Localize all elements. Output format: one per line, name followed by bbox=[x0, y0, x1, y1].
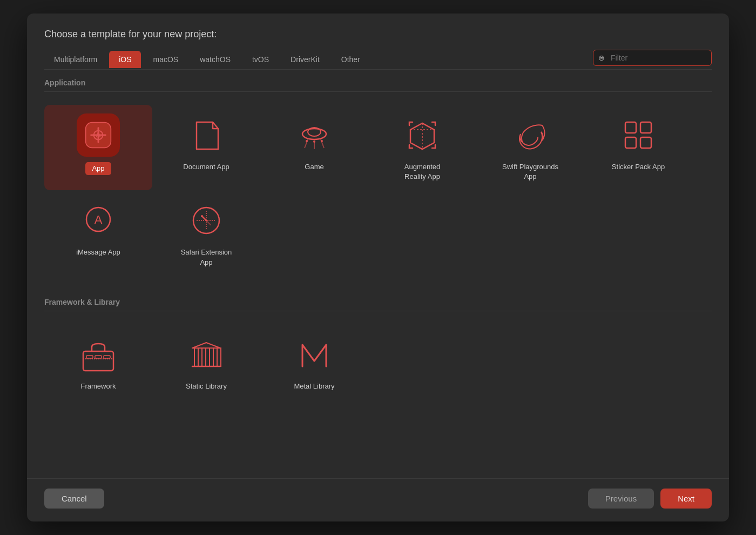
footer-right: Previous Next bbox=[588, 489, 712, 509]
framework-icon bbox=[77, 333, 120, 376]
template-static-library[interactable]: Static Library bbox=[152, 324, 260, 400]
svg-rect-20 bbox=[104, 356, 110, 358]
content-area: Application A App bbox=[27, 70, 729, 478]
svg-rect-22 bbox=[202, 348, 206, 366]
dialog-header: Choose a template for your new project: … bbox=[27, 14, 729, 70]
dialog-footer: Cancel Previous Next bbox=[27, 478, 729, 521]
sticker-pack-label: Sticker Pack App bbox=[612, 162, 665, 172]
svg-rect-24 bbox=[217, 348, 221, 366]
app-icon: A bbox=[77, 113, 120, 157]
svg-point-4 bbox=[302, 129, 326, 139]
template-game[interactable]: Game bbox=[260, 105, 368, 190]
template-app[interactable]: A App bbox=[44, 105, 152, 190]
template-sticker-pack[interactable]: Sticker Pack App bbox=[584, 105, 692, 190]
svg-text:A: A bbox=[94, 213, 103, 226]
tab-watchos[interactable]: watchOS bbox=[190, 51, 240, 68]
tab-multiplatform[interactable]: Multiplatform bbox=[44, 51, 107, 68]
template-document-app[interactable]: Document App bbox=[152, 105, 260, 190]
svg-rect-11 bbox=[625, 137, 636, 148]
swift-playgrounds-label: Swift PlaygroundsApp bbox=[502, 162, 558, 182]
imessage-app-label: iMessage App bbox=[76, 248, 120, 257]
tab-driverkit[interactable]: DriverKit bbox=[281, 51, 329, 68]
swift-playgrounds-icon bbox=[509, 113, 552, 157]
metal-library-label: Metal Library bbox=[294, 382, 334, 391]
template-framework[interactable]: Framework bbox=[44, 324, 152, 400]
svg-point-16 bbox=[201, 215, 203, 217]
game-label: Game bbox=[305, 162, 323, 172]
svg-rect-19 bbox=[95, 356, 102, 358]
svg-rect-21 bbox=[194, 348, 198, 366]
template-ar-app[interactable]: AugmentedReality App bbox=[368, 105, 476, 190]
safari-ext-label: Safari ExtensionApp bbox=[181, 248, 232, 267]
section-label-application: Application bbox=[44, 70, 712, 92]
svg-rect-17 bbox=[83, 351, 113, 371]
safari-ext-icon bbox=[185, 199, 228, 242]
app-label: App bbox=[85, 162, 111, 175]
template-imessage-app[interactable]: A iMessage App bbox=[44, 190, 152, 276]
template-safari-ext[interactable]: Safari ExtensionApp bbox=[152, 190, 260, 276]
filter-wrap: ⊜ bbox=[593, 50, 712, 66]
svg-point-7 bbox=[313, 141, 315, 143]
svg-rect-23 bbox=[210, 348, 213, 366]
static-library-label: Static Library bbox=[186, 382, 227, 391]
imessage-app-icon: A bbox=[77, 199, 120, 242]
tab-bar: Multiplatform iOS macOS watchOS tvOS Dri… bbox=[44, 50, 712, 70]
svg-point-8 bbox=[321, 140, 323, 142]
svg-text:A: A bbox=[96, 131, 101, 139]
metal-library-icon bbox=[293, 333, 336, 376]
svg-rect-10 bbox=[640, 122, 651, 133]
svg-rect-12 bbox=[640, 137, 651, 148]
ar-app-label: AugmentedReality App bbox=[404, 162, 441, 182]
project-template-dialog: Choose a template for your new project: … bbox=[27, 14, 729, 521]
template-metal-library[interactable]: Metal Library bbox=[260, 324, 368, 400]
static-library-icon bbox=[185, 333, 228, 376]
cancel-button[interactable]: Cancel bbox=[44, 489, 104, 509]
tab-tvos[interactable]: tvOS bbox=[242, 51, 279, 68]
svg-rect-9 bbox=[625, 122, 636, 133]
document-app-icon bbox=[185, 113, 228, 157]
game-icon bbox=[293, 113, 336, 157]
svg-rect-18 bbox=[86, 356, 93, 358]
tab-other[interactable]: Other bbox=[332, 51, 370, 68]
application-templates-grid: A App Document App bbox=[44, 92, 712, 289]
filter-input[interactable] bbox=[593, 50, 712, 66]
document-app-label: Document App bbox=[183, 162, 229, 172]
next-button[interactable]: Next bbox=[660, 489, 712, 509]
template-swift-playgrounds[interactable]: Swift PlaygroundsApp bbox=[476, 105, 584, 190]
filter-icon-wrap: ⊜ bbox=[593, 50, 712, 66]
section-label-framework: Framework & Library bbox=[44, 289, 712, 311]
tab-macos[interactable]: macOS bbox=[143, 51, 188, 68]
svg-point-6 bbox=[306, 140, 308, 142]
ar-app-icon bbox=[401, 113, 444, 157]
tab-ios[interactable]: iOS bbox=[109, 51, 141, 68]
sticker-pack-icon bbox=[617, 113, 660, 157]
framework-templates-grid: Framework Static Library bbox=[44, 311, 712, 413]
previous-button[interactable]: Previous bbox=[588, 489, 654, 509]
framework-label: Framework bbox=[80, 382, 116, 391]
dialog-title: Choose a template for your new project: bbox=[44, 29, 712, 40]
